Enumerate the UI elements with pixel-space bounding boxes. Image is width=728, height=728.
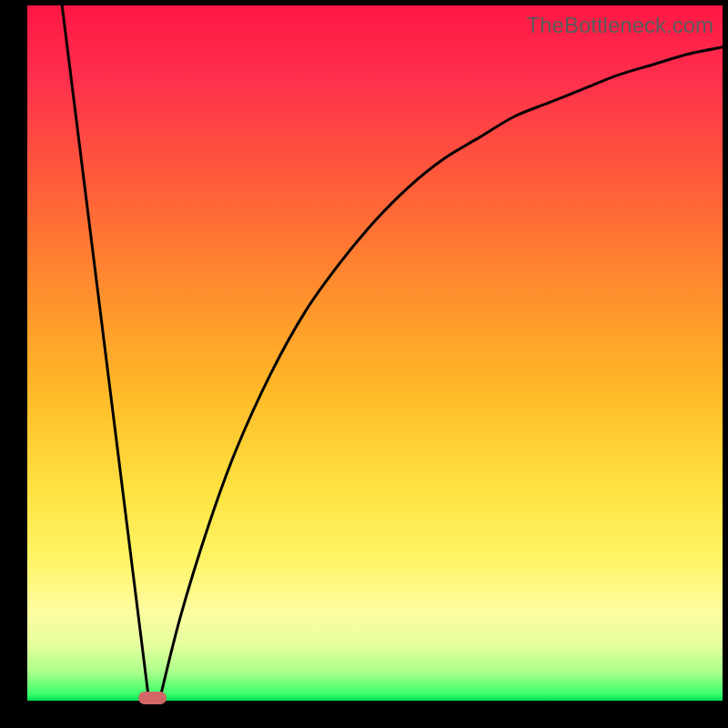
chart-container: TheBottleneck.com xyxy=(0,0,728,728)
bottleneck-marker xyxy=(138,692,167,704)
watermark-text: TheBottleneck.com xyxy=(527,13,713,38)
left-line xyxy=(62,5,149,701)
right-curve xyxy=(159,47,723,701)
curve-layer xyxy=(27,5,723,701)
plot-area: TheBottleneck.com xyxy=(27,5,723,701)
